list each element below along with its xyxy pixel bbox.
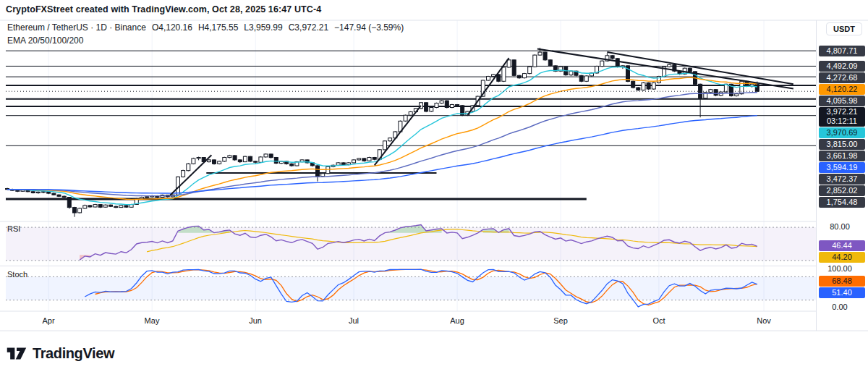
stoch-pane-label[interactable]: Stoch — [7, 270, 27, 279]
ema-50-line — [7, 77, 757, 200]
ema-legend[interactable]: EMA 20/50/100/200 — [7, 35, 409, 46]
tradingview-logo-icon — [6, 344, 27, 363]
screenshot-root: CryptoFXStreet created with TradingView.… — [0, 0, 868, 372]
chart-legend: Ethereum / TetherUS · 1D · BinanceO4,120… — [7, 22, 409, 46]
stoch-band — [6, 276, 816, 300]
symbol-ohlc-row: Ethereum / TetherUS · 1D · BinanceO4,120… — [7, 22, 409, 33]
rsi-pane-label[interactable]: RSI — [7, 224, 20, 233]
ohlc-low: L3,959.99 — [244, 22, 282, 33]
tradingview-brand-text: TradingView — [33, 345, 114, 362]
currency-unit-button[interactable]: USDT — [826, 22, 862, 35]
ohlc-open: O4,120.16 — [152, 22, 192, 33]
tradingview-brand[interactable]: TradingView — [6, 344, 114, 363]
ohlc-high: H4,175.55 — [198, 22, 238, 33]
price-change: −147.94 (−3.59%) — [334, 22, 404, 33]
trendline[interactable] — [170, 155, 211, 195]
chart-canvas[interactable] — [0, 0, 868, 372]
ohlc-close: C3,972.21 — [289, 22, 328, 33]
symbol-title[interactable]: Ethereum / TetherUS · 1D · Binance — [7, 22, 146, 33]
trendline[interactable] — [537, 48, 793, 88]
ema-100-line — [7, 93, 757, 196]
